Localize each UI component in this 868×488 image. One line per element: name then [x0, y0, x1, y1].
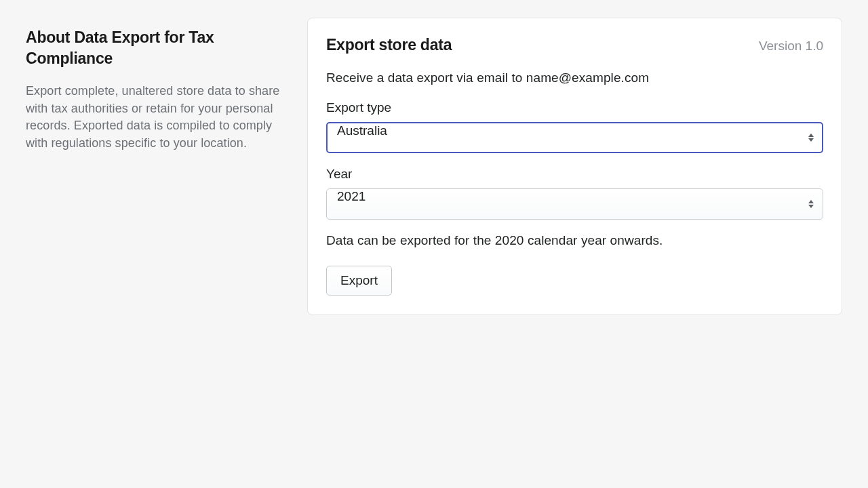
sidebar-title: About Data Export for Tax Compliance: [26, 27, 280, 69]
version-label: Version 1.0: [759, 39, 823, 54]
export-type-label: Export type: [326, 100, 823, 115]
year-select[interactable]: 2021: [326, 188, 823, 220]
sidebar-description: Export complete, unaltered store data to…: [26, 83, 280, 152]
card-title: Export store data: [326, 36, 452, 54]
export-button[interactable]: Export: [326, 266, 392, 296]
card-description: Receive a data export via email to name@…: [326, 70, 823, 85]
year-field: Year 2021: [326, 167, 823, 220]
export-card: Export store data Version 1.0 Receive a …: [307, 18, 842, 315]
export-hint: Data can be exported for the 2020 calend…: [326, 233, 823, 248]
sidebar-about: About Data Export for Tax Compliance Exp…: [26, 18, 280, 315]
export-type-select[interactable]: Australia: [326, 122, 823, 153]
card-header: Export store data Version 1.0: [326, 36, 823, 54]
year-label: Year: [326, 167, 823, 182]
export-type-field: Export type Australia: [326, 100, 823, 153]
